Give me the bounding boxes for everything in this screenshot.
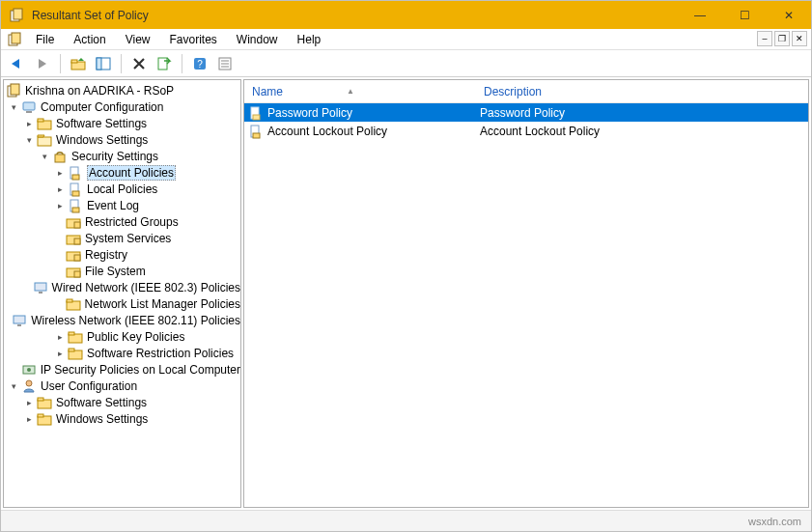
svg-rect-18 — [26, 111, 32, 113]
tree-root[interactable]: Krishna on AADRIKA - RSoP — [4, 82, 240, 98]
tree-comp-software[interactable]: ▸Software Settings — [4, 115, 240, 131]
tree-software-restriction[interactable]: ▸Software Restriction Policies — [4, 345, 240, 361]
mdi-restore-button[interactable]: ❐ — [774, 31, 790, 46]
tree-wired-network[interactable]: Wired Network (IEEE 802.3) Policies — [4, 279, 240, 295]
tree-local-policies[interactable]: ▸Local Policies — [4, 181, 240, 197]
folder-open-icon — [37, 132, 52, 148]
tree-account-policies[interactable]: ▸Account Policies — [4, 164, 240, 181]
tree-ip-security[interactable]: IP Security Policies on Local Computer — [4, 361, 240, 378]
menu-action[interactable]: Action — [66, 31, 113, 48]
tree-event-log[interactable]: ▸Event Log — [4, 197, 240, 213]
locked-folder-icon — [66, 264, 81, 279]
back-button[interactable] — [7, 53, 28, 74]
rsop-icon — [6, 83, 21, 98]
folder-icon — [37, 395, 52, 410]
expand-icon[interactable]: ▸ — [23, 413, 35, 425]
maximize-button[interactable]: ☐ — [722, 1, 767, 29]
locked-folder-icon — [66, 247, 81, 263]
tree-public-key[interactable]: ▸Public Key Policies — [4, 328, 240, 345]
svg-rect-17 — [23, 102, 35, 110]
tree-computer-config[interactable]: ▾Computer Configuration — [4, 98, 240, 115]
folder-icon — [37, 411, 52, 427]
app-icon — [9, 8, 24, 23]
tree-system-services[interactable]: System Services — [4, 230, 240, 246]
svg-point-49 — [26, 380, 32, 386]
svg-rect-34 — [74, 255, 80, 261]
expand-icon[interactable]: ▸ — [54, 331, 66, 343]
network-icon — [33, 280, 48, 295]
tree-security-settings[interactable]: ▾Security Settings — [4, 148, 240, 164]
tree-network-list-manager[interactable]: Network List Manager Policies — [4, 295, 240, 312]
tree-user-windows[interactable]: ▸Windows Settings — [4, 410, 240, 427]
mdi-close-button[interactable]: ✕ — [792, 31, 807, 46]
expand-icon[interactable]: ▸ — [23, 397, 35, 408]
column-description[interactable]: Description — [476, 85, 549, 98]
export-button[interactable] — [154, 53, 175, 74]
mdi-minimize-button[interactable]: – — [757, 31, 772, 46]
sort-asc-icon: ▲ — [347, 87, 354, 96]
toolbar: ? — [1, 50, 811, 77]
svg-rect-22 — [55, 154, 65, 162]
svg-rect-46 — [69, 349, 74, 351]
expand-icon[interactable]: ▸ — [23, 118, 35, 129]
svg-rect-53 — [38, 414, 43, 417]
tree-user-software[interactable]: ▸Software Settings — [4, 394, 240, 410]
locked-folder-icon — [66, 214, 81, 230]
list-header: Name▲ Description — [244, 80, 808, 103]
close-button[interactable]: ✕ — [767, 1, 811, 29]
window-title: Resultant Set of Policy — [32, 9, 678, 22]
tree-restricted-groups[interactable]: Restricted Groups — [4, 213, 240, 230]
tree-pane[interactable]: Krishna on AADRIKA - RSoP ▾Computer Conf… — [3, 79, 241, 508]
expand-icon[interactable]: ▸ — [54, 167, 66, 179]
svg-rect-51 — [38, 398, 43, 401]
locked-folder-icon — [66, 231, 81, 246]
collapse-icon[interactable]: ▾ — [39, 151, 50, 162]
minimize-button[interactable]: — — [678, 1, 722, 29]
help-button[interactable]: ? — [189, 53, 210, 74]
source-label: wsxdn.com — [748, 516, 801, 527]
tree-comp-windows[interactable]: ▾Windows Settings — [4, 131, 240, 148]
list-row-password-policy[interactable]: Password Policy Password Policy — [244, 103, 808, 122]
title-bar: Resultant Set of Policy — ☐ ✕ — [1, 1, 811, 29]
collapse-icon[interactable]: ▾ — [8, 101, 19, 113]
collapse-icon[interactable]: ▾ — [8, 380, 19, 392]
menu-file[interactable]: File — [28, 31, 62, 48]
svg-rect-38 — [39, 292, 42, 294]
svg-rect-3 — [12, 33, 20, 43]
svg-rect-28 — [72, 208, 79, 212]
tree-registry[interactable]: Registry — [4, 246, 240, 263]
tree-wireless-network[interactable]: Wireless Network (IEEE 802.11) Policies — [4, 312, 240, 328]
content-area: Krishna on AADRIKA - RSoP ▾Computer Conf… — [1, 77, 811, 510]
tree-file-system[interactable]: File System — [4, 263, 240, 279]
expand-icon[interactable]: ▸ — [54, 200, 66, 211]
svg-rect-42 — [17, 324, 21, 326]
expand-icon[interactable]: ▸ — [54, 183, 66, 195]
delete-button[interactable] — [128, 53, 150, 74]
menu-help[interactable]: Help — [290, 31, 329, 48]
up-button[interactable] — [68, 53, 89, 74]
menu-favorites[interactable]: Favorites — [162, 31, 225, 48]
svg-rect-26 — [72, 191, 79, 196]
collapse-icon[interactable]: ▾ — [23, 134, 35, 146]
svg-rect-20 — [38, 119, 43, 122]
ipsec-icon — [21, 362, 37, 378]
list-row-account-lockout[interactable]: Account Lockout Policy Account Lockout P… — [244, 122, 808, 140]
menu-view[interactable]: View — [118, 31, 158, 48]
tree-user-config[interactable]: ▾User Configuration — [4, 378, 240, 394]
svg-rect-55 — [253, 115, 260, 120]
forward-button[interactable] — [32, 53, 53, 74]
svg-rect-1 — [14, 9, 22, 19]
properties-button[interactable] — [214, 53, 236, 74]
status-bar: wsxdn.com — [1, 510, 811, 531]
list-pane[interactable]: Name▲ Description Password Policy Passwo… — [243, 79, 809, 508]
menu-window[interactable]: Window — [229, 31, 286, 48]
policy-icon — [248, 105, 264, 121]
expand-icon[interactable]: ▸ — [54, 348, 66, 359]
column-name[interactable]: Name▲ — [244, 85, 476, 98]
folder-icon — [37, 116, 52, 131]
svg-rect-7 — [97, 58, 101, 70]
svg-rect-5 — [71, 60, 77, 63]
folder-icon — [68, 329, 83, 345]
show-hide-tree-button[interactable] — [93, 53, 114, 74]
policy-icon — [68, 198, 83, 213]
